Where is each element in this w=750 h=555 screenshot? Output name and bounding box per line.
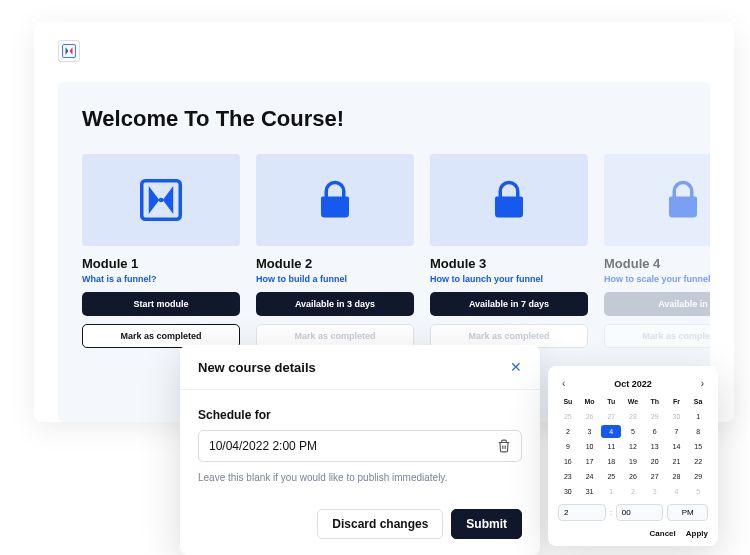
calendar-dow: Mo bbox=[580, 395, 600, 408]
svg-point-2 bbox=[159, 198, 164, 203]
calendar-day[interactable]: 22 bbox=[688, 455, 708, 468]
time-meridiem-input[interactable]: PM bbox=[667, 504, 708, 521]
lock-icon bbox=[314, 179, 356, 221]
calendar-day[interactable]: 1 bbox=[688, 410, 708, 423]
calendar-day[interactable]: 24 bbox=[580, 470, 600, 483]
calendar-dow: Sa bbox=[688, 395, 708, 408]
module-subtitle[interactable]: What is a funnel? bbox=[82, 274, 240, 284]
calendar-day[interactable]: 7 bbox=[667, 425, 687, 438]
calendar-day[interactable]: 28 bbox=[667, 470, 687, 483]
calendar-day[interactable]: 2 bbox=[623, 485, 643, 498]
time-hour-input[interactable]: 2 bbox=[558, 504, 606, 521]
svg-rect-0 bbox=[63, 45, 76, 58]
modules-row: Module 1What is a funnel?Start moduleMar… bbox=[82, 154, 686, 348]
datepicker-footer: Cancel Apply bbox=[558, 529, 708, 538]
calendar-dow: We bbox=[623, 395, 643, 408]
module-card: Module 2How to build a funnelAvailable i… bbox=[256, 154, 414, 348]
calendar-day[interactable]: 29 bbox=[688, 470, 708, 483]
calendar-day[interactable]: 1 bbox=[601, 485, 621, 498]
module-primary-button[interactable]: Available in 3 days bbox=[256, 292, 414, 316]
calendar-day[interactable]: 15 bbox=[688, 440, 708, 453]
lock-icon bbox=[488, 179, 530, 221]
schedule-input[interactable]: 10/04/2022 2:00 PM bbox=[198, 430, 522, 462]
schedule-helper: Leave this blank if you would like to pu… bbox=[198, 472, 522, 483]
module-thumb bbox=[604, 154, 710, 246]
datepicker-apply[interactable]: Apply bbox=[686, 529, 708, 538]
module-thumb bbox=[256, 154, 414, 246]
chevron-left-icon[interactable]: ‹ bbox=[558, 376, 569, 391]
schedule-value: 10/04/2022 2:00 PM bbox=[209, 439, 317, 453]
module-subtitle[interactable]: How to launch your funnel bbox=[430, 274, 588, 284]
module-title: Module 3 bbox=[430, 256, 588, 271]
discard-button[interactable]: Discard changes bbox=[317, 509, 443, 539]
chevron-right-icon[interactable]: › bbox=[697, 376, 708, 391]
calendar-day[interactable]: 27 bbox=[601, 410, 621, 423]
calendar-day[interactable]: 12 bbox=[623, 440, 643, 453]
modal-body: Schedule for 10/04/2022 2:00 PM Leave th… bbox=[180, 390, 540, 497]
module-card: Module 1What is a funnel?Start moduleMar… bbox=[82, 154, 240, 348]
calendar-day[interactable]: 23 bbox=[558, 470, 578, 483]
calendar-day[interactable]: 8 bbox=[688, 425, 708, 438]
module-primary-button[interactable]: Start module bbox=[82, 292, 240, 316]
datepicker-cancel[interactable]: Cancel bbox=[650, 529, 676, 538]
funnel-logo-icon bbox=[140, 179, 182, 221]
calendar-day[interactable]: 18 bbox=[601, 455, 621, 468]
calendar-dow: Su bbox=[558, 395, 578, 408]
modal-footer: Discard changes Submit bbox=[180, 497, 540, 555]
calendar-day[interactable]: 9 bbox=[558, 440, 578, 453]
calendar-day[interactable]: 25 bbox=[601, 470, 621, 483]
calendar-day[interactable]: 16 bbox=[558, 455, 578, 468]
time-minute-input[interactable]: 00 bbox=[616, 504, 664, 521]
calendar-day[interactable]: 4 bbox=[667, 485, 687, 498]
calendar-day[interactable]: 5 bbox=[688, 485, 708, 498]
calendar-day[interactable]: 11 bbox=[601, 440, 621, 453]
submit-button[interactable]: Submit bbox=[451, 509, 522, 539]
calendar-day[interactable]: 31 bbox=[580, 485, 600, 498]
calendar-day[interactable]: 30 bbox=[558, 485, 578, 498]
calendar-day[interactable]: 10 bbox=[580, 440, 600, 453]
calendar-day[interactable]: 26 bbox=[580, 410, 600, 423]
module-subtitle[interactable]: How to build a funnel bbox=[256, 274, 414, 284]
calendar-day[interactable]: 13 bbox=[645, 440, 665, 453]
calendar-day[interactable]: 30 bbox=[667, 410, 687, 423]
calendar-day[interactable]: 3 bbox=[580, 425, 600, 438]
module-card: Module 3How to launch your funnelAvailab… bbox=[430, 154, 588, 348]
module-card: Module 4How to scale your funnelAvailabl… bbox=[604, 154, 710, 348]
new-course-modal: New course details ✕ Schedule for 10/04/… bbox=[180, 345, 540, 555]
module-thumb bbox=[82, 154, 240, 246]
calendar-day[interactable]: 27 bbox=[645, 470, 665, 483]
calendar-day[interactable]: 17 bbox=[580, 455, 600, 468]
calendar-day[interactable]: 3 bbox=[645, 485, 665, 498]
funnel-logo-icon bbox=[62, 44, 76, 58]
datepicker-month: Oct 2022 bbox=[614, 379, 652, 389]
module-primary-button[interactable]: Available in 7 days bbox=[430, 292, 588, 316]
trash-icon[interactable] bbox=[497, 439, 511, 453]
datepicker: ‹ Oct 2022 › SuMoTuWeThFrSa2526272829301… bbox=[548, 366, 718, 546]
calendar-day[interactable]: 20 bbox=[645, 455, 665, 468]
calendar-dow: Tu bbox=[601, 395, 621, 408]
app-logo bbox=[58, 40, 80, 62]
calendar-day[interactable]: 29 bbox=[645, 410, 665, 423]
modal-header: New course details ✕ bbox=[180, 345, 540, 390]
calendar-dow: Fr bbox=[667, 395, 687, 408]
module-primary-button[interactable]: Available in bbox=[604, 292, 710, 316]
calendar-day[interactable]: 21 bbox=[667, 455, 687, 468]
calendar-day[interactable]: 6 bbox=[645, 425, 665, 438]
datepicker-grid: SuMoTuWeThFrSa25262728293012345678910111… bbox=[558, 395, 708, 498]
calendar-day[interactable]: 28 bbox=[623, 410, 643, 423]
lock-icon bbox=[662, 179, 704, 221]
calendar-day[interactable]: 19 bbox=[623, 455, 643, 468]
calendar-day[interactable]: 25 bbox=[558, 410, 578, 423]
calendar-day[interactable]: 4 bbox=[601, 425, 621, 438]
modal-title: New course details bbox=[198, 360, 316, 375]
schedule-label: Schedule for bbox=[198, 408, 522, 422]
calendar-day[interactable]: 26 bbox=[623, 470, 643, 483]
calendar-day[interactable]: 2 bbox=[558, 425, 578, 438]
module-secondary-button: Mark as completed bbox=[604, 324, 710, 348]
close-icon[interactable]: ✕ bbox=[510, 359, 522, 375]
module-subtitle[interactable]: How to scale your funnel bbox=[604, 274, 710, 284]
calendar-day[interactable]: 14 bbox=[667, 440, 687, 453]
module-thumb bbox=[430, 154, 588, 246]
calendar-dow: Th bbox=[645, 395, 665, 408]
calendar-day[interactable]: 5 bbox=[623, 425, 643, 438]
